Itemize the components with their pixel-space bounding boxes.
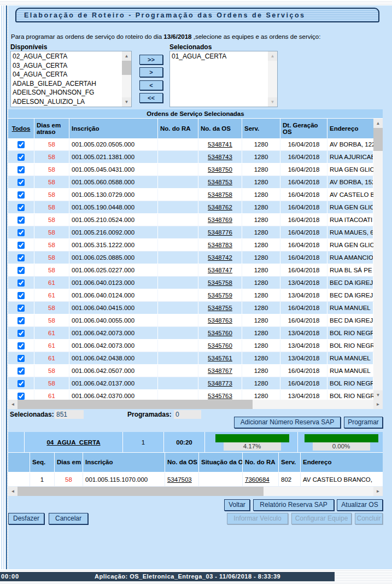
os-link[interactable]: 5348743	[208, 154, 232, 160]
sap-report-button[interactable]: Relatório Reserva SAP	[253, 499, 334, 511]
scroll-up-icon[interactable]: ▲	[122, 51, 131, 61]
scrollbar-thumb[interactable]	[373, 128, 383, 151]
order-checkbox[interactable]	[17, 217, 25, 224]
os-number-cell: 5348753	[198, 176, 242, 189]
scroll-left-icon[interactable]: ◄	[8, 400, 17, 409]
schedule-hscrollbar[interactable]: ◄ ►	[8, 487, 383, 496]
scroll-up-icon[interactable]: ▲	[373, 119, 383, 128]
order-checkbox[interactable]	[17, 393, 25, 400]
os-link[interactable]: 5345763	[208, 393, 232, 399]
listbox-item[interactable]: ADELSON_ALUIZIO_LA	[11, 97, 122, 107]
refresh-os-button[interactable]: Atualizar OS	[337, 499, 383, 511]
scroll-track[interactable]	[264, 487, 373, 496]
os-link[interactable]: 5348755	[208, 305, 232, 311]
scroll-right-icon[interactable]: ►	[373, 487, 383, 496]
os-link[interactable]: 5348742	[208, 254, 232, 261]
move-all-right-button[interactable]: >>	[139, 55, 163, 65]
available-listbox[interactable]: 02_AGUA_CERTA03_AGUA_CERTA04_AGUA_CERTAA…	[10, 51, 132, 107]
order-checkbox[interactable]	[17, 355, 25, 362]
os-link[interactable]: 5345760	[208, 330, 232, 336]
scroll-track[interactable]	[268, 61, 277, 97]
undo-button[interactable]: Desfazer	[8, 513, 44, 524]
orders-header-todos[interactable]: Todos	[8, 119, 34, 138]
order-checkbox[interactable]	[17, 242, 25, 249]
order-checkbox[interactable]	[17, 305, 25, 312]
listbox-item[interactable]: 02_AGUA_CERTA	[11, 52, 122, 61]
scroll-down-icon[interactable]: ▼	[268, 97, 277, 107]
selected-listbox[interactable]: 01_AGUA_CERTA ▲ ▼	[169, 51, 278, 107]
order-checkbox[interactable]	[17, 317, 25, 324]
team-link[interactable]: 04_AGUA_CERTA	[46, 439, 100, 446]
listbox-item[interactable]: 01_AGUA_CERTA	[170, 52, 268, 61]
move-right-button[interactable]: >	[139, 67, 163, 77]
scroll-right-icon[interactable]: ►	[373, 400, 383, 409]
scrollbar-thumb[interactable]	[17, 487, 264, 496]
os-link[interactable]: 5348758	[208, 191, 232, 198]
order-checkbox[interactable]	[17, 154, 25, 161]
os-link[interactable]: 5345759	[208, 292, 232, 299]
order-checkbox[interactable]	[17, 179, 25, 186]
orders-vscrollbar[interactable]: ▲ ▼	[373, 119, 383, 400]
scroll-left-icon[interactable]: ◄	[8, 487, 17, 496]
move-all-left-button[interactable]: <<	[139, 93, 163, 103]
os-link[interactable]: 5348741	[208, 141, 232, 148]
os-link[interactable]: 5348747	[208, 267, 232, 273]
order-checkbox[interactable]	[17, 166, 25, 173]
orders-hscrollbar[interactable]: ◄ ►	[8, 400, 383, 409]
order-checkbox[interactable]	[17, 229, 25, 236]
ra-link[interactable]: 7360684	[245, 476, 270, 483]
listbox-item[interactable]: 04_AGUA_CERTA	[11, 70, 122, 79]
cancel-button[interactable]: Cancelar	[49, 513, 88, 524]
os-link[interactable]: 5345760	[208, 342, 232, 349]
os-link[interactable]: 5348769	[208, 217, 232, 223]
scrollbar-thumb[interactable]	[17, 400, 253, 409]
move-left-button[interactable]: <	[139, 80, 163, 90]
selected-scrollbar[interactable]: ▲ ▼	[268, 51, 277, 107]
order-checkbox[interactable]	[17, 267, 25, 274]
schedule-button[interactable]: Programar	[344, 417, 383, 428]
configure-team-button[interactable]: Configurar Equipe	[291, 513, 352, 524]
team-orders-count: 1	[123, 432, 164, 453]
os-link[interactable]: 5348762	[208, 204, 232, 211]
order-checkbox[interactable]	[17, 380, 25, 387]
listbox-item[interactable]: 03_AGUA_CERTA	[11, 61, 122, 71]
select-all-link[interactable]: Todos	[12, 125, 31, 132]
order-checkbox[interactable]	[17, 342, 25, 349]
back-button[interactable]: Voltar	[224, 499, 250, 511]
os-link[interactable]: 5348750	[208, 166, 232, 173]
scroll-track[interactable]	[253, 400, 373, 409]
os-link[interactable]: 5345758	[208, 279, 232, 286]
scroll-down-icon[interactable]: ▼	[373, 390, 383, 400]
os-link[interactable]: 5348753	[208, 179, 232, 185]
order-checkbox[interactable]	[17, 330, 25, 337]
address-cell: BOL RIO NEGR	[327, 390, 373, 400]
order-checkbox[interactable]	[17, 279, 25, 287]
available-scrollbar[interactable]: ▲ ▼	[122, 51, 131, 107]
scroll-up-icon[interactable]: ▲	[268, 51, 277, 61]
finish-button[interactable]: Concluir	[355, 513, 383, 524]
order-checkbox[interactable]	[17, 367, 25, 375]
scroll-down-icon[interactable]: ▼	[122, 97, 131, 107]
os-link[interactable]: 5348783	[208, 242, 232, 248]
os-link[interactable]: 5345761	[208, 355, 232, 361]
listbox-item[interactable]: ADALB_GILEAD_ACERTAH	[11, 79, 122, 89]
inform-vehicle-button[interactable]: Informar Veículo	[227, 513, 288, 524]
order-checkbox[interactable]	[17, 204, 25, 211]
scrollbar-thumb[interactable]	[122, 61, 131, 75]
scroll-track[interactable]	[373, 151, 383, 390]
schedule-os-cell: 5347503	[165, 472, 199, 487]
order-checkbox[interactable]	[17, 292, 25, 299]
order-checkbox[interactable]	[17, 254, 25, 261]
os-link[interactable]: 5348767	[208, 367, 232, 374]
os-link[interactable]: 5347503	[167, 476, 192, 483]
order-checkbox[interactable]	[17, 141, 25, 148]
ra-number-cell	[158, 289, 198, 302]
os-link[interactable]: 5348773	[208, 380, 232, 387]
listbox-item[interactable]: ADEILSON_JHONSON_FG	[11, 88, 122, 97]
order-checkbox[interactable]	[17, 191, 25, 198]
os-link[interactable]: 5348776	[208, 229, 232, 236]
os-link[interactable]: 5348763	[208, 317, 232, 324]
scroll-track[interactable]	[122, 75, 131, 97]
add-sap-reserve-button[interactable]: Adicionar Número Reserva SAP	[234, 417, 341, 428]
order-row: 58 001.005.045.0431.000 5348750 1280 16/…	[8, 163, 373, 176]
